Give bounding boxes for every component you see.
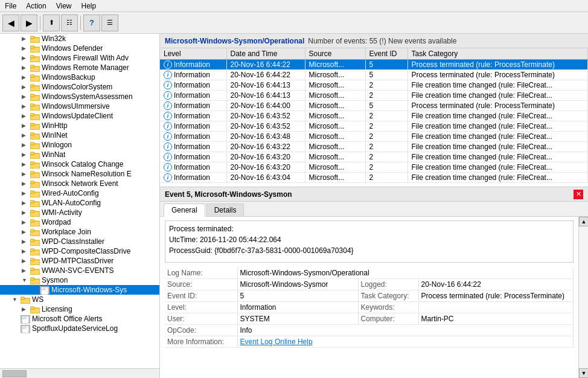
tree-expand-icon[interactable]: ▶ bbox=[22, 267, 30, 274]
tree-item[interactable]: ▶Wired-AutoConfig bbox=[0, 188, 159, 198]
tree-expand-icon[interactable]: ▶ bbox=[22, 132, 30, 138]
col-source[interactable]: Source bbox=[305, 48, 365, 60]
menu-help[interactable]: Help bbox=[77, 1, 101, 11]
tree-item[interactable]: ▶Winsock NameResolution E bbox=[0, 169, 159, 179]
tree-expand-icon[interactable]: ▶ bbox=[22, 142, 30, 148]
tree-item[interactable]: ▶WindowsColorSystem bbox=[0, 82, 159, 92]
col-datetime[interactable]: Date and Time bbox=[226, 48, 305, 60]
table-row[interactable]: i Information 20-Nov-16 6:43:52 Microsof… bbox=[160, 111, 588, 121]
menu-file[interactable]: File bbox=[0, 1, 21, 11]
tree-expand-icon[interactable]: ▶ bbox=[22, 103, 30, 109]
table-row[interactable]: i Information 20-Nov-16 6:43:20 Microsof… bbox=[160, 162, 588, 173]
tree-expand-icon[interactable]: ▶ bbox=[22, 36, 30, 42]
tree-item[interactable]: ▶WLAN-AutoConfig bbox=[0, 198, 159, 208]
tree-item[interactable]: ▶Windows Remote Manager bbox=[0, 63, 159, 72]
tree-expand-icon[interactable]: ▶ bbox=[22, 200, 30, 206]
tree-item[interactable]: ▶Licensing bbox=[0, 304, 159, 314]
table-row[interactable]: i Information 20-Nov-16 6:44:13 Microsof… bbox=[160, 91, 588, 101]
tree-item[interactable]: ▶WPD-ClassInstaller bbox=[0, 237, 159, 246]
menu-action[interactable]: Action bbox=[21, 1, 51, 11]
detail-scrollbar[interactable]: ▲ ▼ bbox=[578, 217, 588, 378]
tree-expand-icon[interactable]: ▶ bbox=[22, 190, 30, 196]
col-level[interactable]: Level bbox=[160, 48, 226, 60]
tree-item[interactable]: ▶Winlogon bbox=[0, 140, 159, 150]
tree-expand-icon[interactable]: ▶ bbox=[22, 219, 30, 225]
tree-item[interactable]: ▶WWAN-SVC-EVENTS bbox=[0, 266, 159, 275]
back-button[interactable]: ◀ bbox=[2, 14, 19, 31]
event-log-online-help-link[interactable]: Event Log Online Help bbox=[240, 338, 313, 346]
table-row[interactable]: i Information 20-Nov-16 6:44:13 Microsof… bbox=[160, 80, 588, 91]
cell-datetime: 20-Nov-16 6:44:00 bbox=[226, 101, 305, 111]
tab-details[interactable]: Details bbox=[206, 203, 244, 216]
tree-expand-icon[interactable]: ▶ bbox=[22, 94, 30, 100]
col-eventid[interactable]: Event ID bbox=[365, 48, 407, 60]
tree-expand-icon[interactable]: ▶ bbox=[22, 229, 30, 235]
tree-expand-icon[interactable]: ▶ bbox=[22, 55, 30, 61]
logged-value: 20-Nov-16 6:44:22 bbox=[418, 279, 574, 290]
forward-button[interactable]: ▶ bbox=[21, 14, 37, 31]
tree-expand-icon[interactable]: ▼ bbox=[22, 277, 30, 283]
tree-expand-icon[interactable]: ▶ bbox=[22, 65, 30, 71]
event-table-container[interactable]: Level Date and Time Source Event ID Task… bbox=[160, 48, 588, 187]
up-button[interactable]: ⬆ bbox=[43, 14, 60, 31]
help-button[interactable]: ? bbox=[83, 14, 100, 31]
tree-item[interactable]: ▶WindowsUImmersive bbox=[0, 101, 159, 111]
cell-eventid: 5 bbox=[365, 70, 407, 80]
close-button[interactable]: ✕ bbox=[574, 190, 583, 199]
tree-item[interactable]: ▶Wordpad bbox=[0, 217, 159, 227]
tree-item[interactable]: SpotfluxUpdateServiceLog bbox=[0, 324, 159, 333]
tree-expand-icon[interactable]: ▶ bbox=[22, 123, 30, 129]
options-button[interactable]: ☰ bbox=[101, 14, 118, 31]
tree-expand-icon[interactable]: ▶ bbox=[22, 181, 30, 187]
tree-item[interactable]: ▶WinINet bbox=[0, 130, 159, 140]
tree-item[interactable]: Microsoft Office Alerts bbox=[0, 314, 159, 324]
menu-view[interactable]: View bbox=[51, 1, 77, 11]
tree-item[interactable]: ▶Winsock Catalog Change bbox=[0, 159, 159, 169]
tree-item[interactable]: ▶WinHttp bbox=[0, 121, 159, 130]
tree-item[interactable]: ▶Windows Firewall With Adv bbox=[0, 53, 159, 63]
tree-item[interactable]: ▶Winsock Network Event bbox=[0, 179, 159, 188]
tree-item[interactable]: ▶WindowsUpdateClient bbox=[0, 111, 159, 121]
table-row[interactable]: i Information 20-Nov-16 6:44:22 Microsof… bbox=[160, 60, 588, 70]
tree-expand-icon[interactable]: ▶ bbox=[22, 113, 30, 119]
scroll-up-arrow[interactable]: ▲ bbox=[579, 217, 588, 226]
table-row[interactable]: i Information 20-Nov-16 6:43:20 Microsof… bbox=[160, 152, 588, 162]
table-row[interactable]: i Information 20-Nov-16 6:44:22 Microsof… bbox=[160, 70, 588, 80]
scroll-down-arrow[interactable]: ▼ bbox=[579, 368, 588, 378]
table-row[interactable]: i Information 20-Nov-16 6:44:00 Microsof… bbox=[160, 101, 588, 111]
tree-item[interactable]: ▶WMI-Activity bbox=[0, 208, 159, 217]
tree-expand-icon[interactable]: ▶ bbox=[22, 239, 30, 245]
tree-expand-icon[interactable]: ▶ bbox=[22, 84, 30, 90]
tree-item[interactable]: ▶WindowsSystemAssessmen bbox=[0, 92, 159, 101]
tree-item[interactable]: ▶Win32k bbox=[0, 34, 159, 43]
tree-item[interactable]: ▼WS bbox=[0, 295, 159, 304]
tree-expand-icon[interactable]: ▶ bbox=[22, 152, 30, 158]
tree-item[interactable]: ▶WinNat bbox=[0, 150, 159, 159]
tree-expand-icon[interactable]: ▶ bbox=[22, 45, 30, 51]
tree-item[interactable]: Microsoft-Windows-Sys bbox=[0, 285, 159, 295]
left-scrollbar[interactable] bbox=[0, 368, 159, 378]
table-row[interactable]: i Information 20-Nov-16 6:43:04 Microsof… bbox=[160, 173, 588, 183]
tab-general[interactable]: General bbox=[164, 203, 205, 217]
tree-item[interactable]: ▶Workplace Join bbox=[0, 227, 159, 237]
tree-item[interactable]: ▶WPD-CompositeClassDrive bbox=[0, 246, 159, 256]
tree-expand-icon[interactable]: ▶ bbox=[22, 74, 30, 80]
event-log-header: Microsoft-Windows-Sysmon/Operational Num… bbox=[160, 34, 588, 48]
tree-expand-icon[interactable]: ▶ bbox=[22, 258, 30, 264]
tree-expand-icon[interactable]: ▶ bbox=[22, 161, 30, 167]
view-button[interactable]: ☷ bbox=[61, 14, 78, 31]
table-row[interactable]: i Information 20-Nov-16 6:43:22 Microsof… bbox=[160, 142, 588, 152]
tree-expand-icon[interactable]: ▼ bbox=[12, 296, 21, 303]
tree-item[interactable]: ▼Sysmon bbox=[0, 275, 159, 285]
tree-expand-icon[interactable]: ▶ bbox=[22, 248, 30, 254]
table-row[interactable]: i Information 20-Nov-16 6:43:52 Microsof… bbox=[160, 121, 588, 132]
table-row[interactable]: i Information 20-Nov-16 6:43:48 Microsof… bbox=[160, 132, 588, 142]
col-task[interactable]: Task Category bbox=[407, 48, 588, 60]
tree-expand-icon[interactable]: ▶ bbox=[22, 306, 30, 312]
tree-item[interactable]: ▶WindowsBackup bbox=[0, 72, 159, 82]
tree-expand-icon[interactable]: ▶ bbox=[22, 171, 30, 177]
tree-item[interactable]: ▶WPD-MTPClassDriver bbox=[0, 256, 159, 266]
tree-item[interactable]: ▶Windows Defender bbox=[0, 43, 159, 53]
tree-expand-icon[interactable]: ▶ bbox=[22, 210, 30, 216]
cell-level: i Information bbox=[160, 70, 226, 80]
